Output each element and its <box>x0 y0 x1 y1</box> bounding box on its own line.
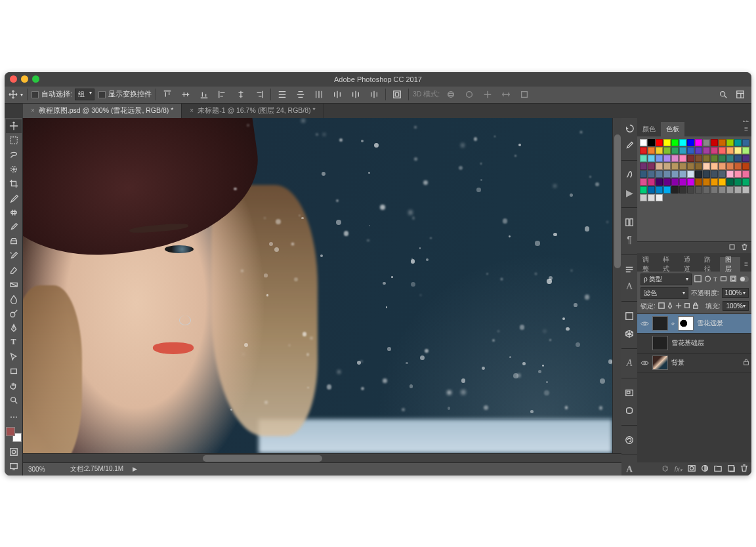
zoom-level[interactable]: 300% <box>28 466 61 473</box>
align-bottom-button[interactable] <box>197 89 211 100</box>
visibility-toggle[interactable] <box>640 320 649 327</box>
swatch[interactable] <box>703 186 710 193</box>
swatch[interactable] <box>726 171 734 178</box>
eraser-tool[interactable] <box>6 263 22 277</box>
channels-tab[interactable]: 通道 <box>679 257 699 272</box>
character-panel-icon[interactable]: A <box>623 281 635 292</box>
swatch[interactable] <box>719 186 726 193</box>
gradient-tool[interactable] <box>6 277 22 292</box>
swatch[interactable] <box>695 163 702 170</box>
swatch[interactable] <box>640 147 647 154</box>
document-canvas[interactable] <box>23 118 612 453</box>
swatch[interactable] <box>640 194 647 201</box>
spot-heal-tool[interactable] <box>6 205 22 220</box>
layer-mask-icon[interactable] <box>688 464 696 474</box>
status-arrow-icon[interactable]: ▶ <box>133 466 137 472</box>
document-tab-1[interactable]: × 教程原图.psd @ 300% (雪花远景, RGB/8) * <box>23 104 182 118</box>
document-tab-2[interactable]: × 未标题-1 @ 16.7% (图层 24, RGB/8) * <box>182 104 324 118</box>
layer-mask-thumbnail[interactable] <box>678 316 694 331</box>
swatch[interactable] <box>679 139 686 146</box>
swatch[interactable] <box>648 147 655 154</box>
layer-row[interactable]: 雪花基础层 <box>637 334 751 354</box>
swatch[interactable] <box>656 194 663 201</box>
swatch[interactable] <box>703 147 710 154</box>
filter-toggle[interactable] <box>740 276 749 282</box>
layers-tab[interactable]: 图层 <box>720 257 740 272</box>
show-transform-checkbox[interactable] <box>98 91 106 98</box>
swatch[interactable] <box>640 163 647 170</box>
history-panel-icon[interactable] <box>623 123 635 134</box>
layer-thumbnail[interactable] <box>652 355 668 370</box>
new-group-icon[interactable] <box>714 464 722 474</box>
swatch[interactable] <box>640 186 647 193</box>
hand-tool[interactable] <box>6 378 22 393</box>
quick-mask-button[interactable] <box>6 445 22 459</box>
swatch[interactable] <box>711 178 718 186</box>
layer-name[interactable]: 背景 <box>671 358 684 367</box>
color-tab[interactable]: 颜色 <box>637 122 661 136</box>
swatch[interactable] <box>719 178 726 186</box>
navigator-panel-icon[interactable] <box>623 388 635 398</box>
adjustments-tab[interactable]: 调整 <box>637 257 658 272</box>
dodge-tool[interactable] <box>6 306 22 321</box>
swatch[interactable] <box>734 155 742 162</box>
filter-type-icon[interactable]: T <box>714 276 718 283</box>
swatch[interactable] <box>640 178 647 186</box>
auto-select-dropdown[interactable]: 组 <box>75 89 94 100</box>
swatch[interactable] <box>640 139 647 146</box>
panel-menu-icon[interactable]: ≡ <box>740 260 751 268</box>
distribute-left-button[interactable] <box>330 89 345 100</box>
swatch[interactable] <box>648 194 655 201</box>
lasso-tool[interactable] <box>6 148 22 162</box>
swatch[interactable] <box>711 139 718 146</box>
swatch[interactable] <box>656 178 663 186</box>
lock-artboard-icon[interactable] <box>684 301 690 312</box>
swatch[interactable] <box>703 163 710 170</box>
swatch[interactable] <box>679 178 686 186</box>
swatch[interactable] <box>695 186 702 193</box>
swatch[interactable] <box>687 178 694 186</box>
swatch[interactable] <box>742 155 749 162</box>
align-right-button[interactable] <box>252 89 266 100</box>
glyphs-panel-icon[interactable] <box>623 435 635 445</box>
history-brush-tool[interactable] <box>6 249 22 263</box>
paragraph-styles-icon[interactable] <box>623 264 635 274</box>
swatch[interactable] <box>671 155 679 162</box>
filter-image-icon[interactable] <box>694 274 702 285</box>
swatch[interactable] <box>679 147 686 154</box>
3d-roll-button[interactable] <box>462 89 476 100</box>
3d-pan-button[interactable] <box>480 89 495 100</box>
swatch[interactable] <box>726 139 734 146</box>
swatch[interactable] <box>711 163 718 170</box>
swatch[interactable] <box>719 171 726 178</box>
swatch[interactable] <box>671 178 679 186</box>
3d-scale-button[interactable] <box>517 89 532 100</box>
swatch[interactable] <box>695 178 702 186</box>
auto-select-checkbox[interactable] <box>32 91 39 98</box>
swatch[interactable] <box>742 186 749 193</box>
search-button[interactable] <box>716 89 730 100</box>
lock-all-icon[interactable] <box>692 301 699 312</box>
type-tool[interactable]: T <box>6 335 22 350</box>
swatch[interactable] <box>687 171 694 178</box>
swatch[interactable] <box>734 163 742 170</box>
swatches-tab[interactable]: 色板 <box>661 122 684 136</box>
3d-slide-button[interactable] <box>499 89 513 100</box>
properties-panel-icon[interactable] <box>623 217 635 228</box>
screen-mode-button[interactable] <box>6 459 22 474</box>
swatch[interactable] <box>656 139 663 146</box>
swatch[interactable] <box>663 147 671 154</box>
swatch[interactable] <box>648 163 655 170</box>
swatch[interactable] <box>648 171 655 178</box>
swatch[interactable] <box>703 155 710 162</box>
swatch[interactable] <box>687 186 694 193</box>
swatch[interactable] <box>703 178 710 186</box>
filter-adjustment-icon[interactable] <box>704 274 711 285</box>
filter-smart-icon[interactable] <box>730 274 737 285</box>
layer-row[interactable]: 背景 <box>637 354 751 373</box>
swatch[interactable] <box>703 171 710 178</box>
swatch[interactable] <box>742 163 749 170</box>
swatch[interactable] <box>663 163 671 170</box>
rectangle-tool[interactable] <box>6 364 22 378</box>
visibility-toggle[interactable] <box>640 340 649 346</box>
